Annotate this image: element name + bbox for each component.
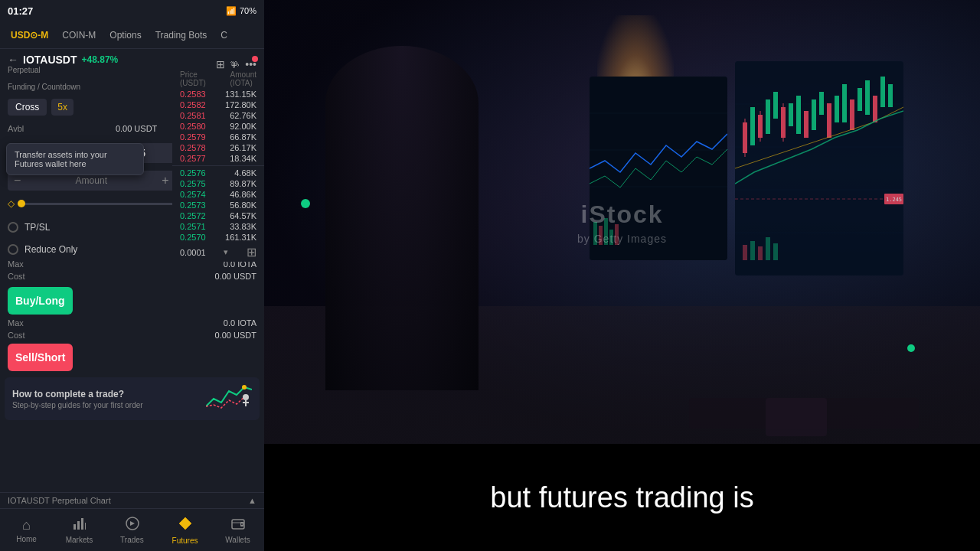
- main-image: 1.245 iStock by Getty Images: [264, 0, 980, 444]
- tick-size-chevron[interactable]: ▾: [224, 247, 228, 257]
- ob-ask-4: 0.2580 92.00K: [172, 121, 264, 132]
- svg-rect-5: [77, 521, 80, 530]
- sell-cost-label: Cost: [8, 331, 25, 340]
- ob-bid-2: 0.2575 89.87K: [172, 178, 264, 189]
- ob-bid-amount-2: 89.87K: [230, 179, 256, 188]
- leverage-button[interactable]: 5x: [51, 99, 74, 116]
- svg-rect-30: [827, 103, 831, 138]
- diamond-icon: ◇: [8, 198, 15, 209]
- green-indicator-dot-1: [301, 199, 310, 208]
- ticker-left: ← IOTAUSDT +48.87% Perpetual: [8, 54, 118, 74]
- funding-label: Funding / Countdown: [8, 83, 80, 91]
- ob-ask-6: 0.2578 26.17K: [172, 142, 264, 153]
- ob-ask-1: 0.2583 131.15K: [172, 89, 264, 99]
- tpsl-label: TP/SL: [24, 222, 50, 233]
- ticker-symbol: IOTAUSDT: [23, 54, 77, 66]
- ob-ask-amount-6: 26.17K: [230, 143, 256, 152]
- ob-bid-amount-3: 46.86K: [230, 190, 256, 199]
- sell-max-row: Max 0.0 IOTA: [0, 317, 264, 329]
- chart-collapse-icon[interactable]: ▲: [248, 496, 256, 505]
- guide-banner[interactable]: How to complete a trade? Step-by-step gu…: [5, 377, 260, 420]
- wallets-label: Wallets: [225, 536, 250, 544]
- istock-sub: by Getty Images: [577, 232, 667, 247]
- tpsl-radio[interactable]: [8, 222, 18, 233]
- nav-more[interactable]: C: [214, 27, 234, 44]
- svg-rect-29: [819, 92, 824, 115]
- ticker-type: Perpetual: [8, 66, 118, 74]
- reduce-only-radio[interactable]: [8, 244, 18, 255]
- nav-wallets[interactable]: Wallets: [211, 509, 264, 551]
- nav-usdm[interactable]: USD⊙-M: [5, 27, 54, 44]
- amount-decrement-button[interactable]: −: [14, 174, 21, 187]
- orderbook-layout-icon[interactable]: ⊞: [247, 245, 256, 259]
- orderbook-divider: [172, 165, 264, 166]
- svg-rect-43: [750, 241, 755, 260]
- avbl-label: Avbl: [8, 124, 24, 133]
- svg-rect-35: [865, 80, 870, 115]
- subtitle-text: but futures trading is: [490, 481, 753, 514]
- ob-ask-price-4: 0.2580: [180, 122, 206, 131]
- content-area: 01:27 📶 70% USD⊙-M COIN-M Options Tradin…: [0, 0, 264, 551]
- ob-ask-price-5: 0.2579: [180, 132, 206, 142]
- ob-ask-amount-7: 18.34K: [230, 154, 256, 163]
- sell-cost-value: 0.00 USDT: [215, 331, 256, 340]
- ob-bid-amount-1: 4.68K: [234, 168, 256, 178]
- svg-rect-32: [842, 84, 847, 122]
- svg-rect-37: [880, 77, 885, 107]
- ob-bid-price-1: 0.2576: [180, 168, 206, 178]
- svg-rect-26: [796, 96, 801, 134]
- ob-bid-3: 0.2574 46.86K: [172, 189, 264, 200]
- ob-ask-price-6: 0.2578: [180, 143, 206, 152]
- ob-ask-2: 0.2582 172.80K: [172, 99, 264, 110]
- ob-ask-7: 0.2577 18.34K: [172, 153, 264, 164]
- svg-rect-20: [750, 107, 755, 145]
- trades-icon: [126, 517, 139, 534]
- reduce-only-label: Reduce Only: [24, 244, 77, 255]
- nav-futures[interactable]: Futures: [158, 509, 211, 551]
- nav-markets[interactable]: Markets: [53, 509, 106, 551]
- amount-label: Amount: [76, 175, 107, 186]
- svg-rect-46: [773, 243, 778, 260]
- guide-subtitle: Step-by-step guides for your first order: [12, 401, 200, 409]
- buy-cost-label: Cost: [8, 272, 25, 281]
- svg-point-0: [242, 385, 247, 390]
- buy-cost-value: 0.00 USDT: [215, 272, 256, 281]
- ob-ask-amount-5: 66.87K: [230, 132, 256, 142]
- nav-trades[interactable]: Trades: [106, 509, 158, 551]
- trades-label: Trades: [120, 536, 144, 544]
- svg-rect-27: [804, 111, 808, 138]
- signal-icon: 📶: [226, 6, 237, 16]
- transfer-tooltip: Transfer assets into your Futures wallet…: [6, 143, 144, 175]
- ob-ask-amount-4: 92.00K: [230, 122, 256, 131]
- tick-size-row: 0.0001 ▾ ⊞: [172, 243, 264, 262]
- guide-text: How to complete a trade? Step-by-step gu…: [12, 389, 200, 409]
- bottom-nav: ⌂ Home Markets Trades: [0, 508, 264, 551]
- time-display: 01:27: [8, 5, 33, 17]
- amount-increment-button[interactable]: +: [162, 174, 168, 187]
- ob-ask-price-2: 0.2582: [180, 100, 206, 109]
- markets-icon: [73, 517, 87, 534]
- ob-bid-5: 0.2572 64.57K: [172, 210, 264, 221]
- margin-type-button[interactable]: Cross: [8, 99, 47, 116]
- slider-thumb: [18, 200, 25, 207]
- nav-bots[interactable]: Trading Bots: [149, 27, 214, 44]
- buy-cost-row: Cost 0.00 USDT: [0, 270, 264, 282]
- sell-short-button[interactable]: Sell/Short: [8, 344, 73, 371]
- avbl-value: 0.00 USDT: [116, 124, 157, 133]
- ob-bid-price-3: 0.2574: [180, 190, 206, 199]
- ob-bid-4: 0.2573 56.80K: [172, 200, 264, 210]
- buy-long-button[interactable]: Buy/Long: [8, 287, 73, 315]
- nav-home[interactable]: ⌂ Home: [0, 509, 53, 551]
- phone-area: [766, 398, 827, 436]
- sell-cost-row: Cost 0.00 USDT: [0, 329, 264, 341]
- person-silhouette: [325, 46, 479, 390]
- nav-options[interactable]: Options: [103, 27, 147, 44]
- ob-ask-5: 0.2579 66.87K: [172, 132, 264, 142]
- istock-brand: iStock: [577, 197, 667, 232]
- back-icon[interactable]: ←: [8, 54, 18, 66]
- svg-rect-31: [835, 96, 839, 122]
- svg-rect-38: [888, 84, 893, 107]
- ob-price-header: Price(USDT): [180, 70, 206, 87]
- nav-coinm[interactable]: COIN-M: [56, 27, 102, 44]
- ob-bid-6: 0.2571 33.83K: [172, 221, 264, 232]
